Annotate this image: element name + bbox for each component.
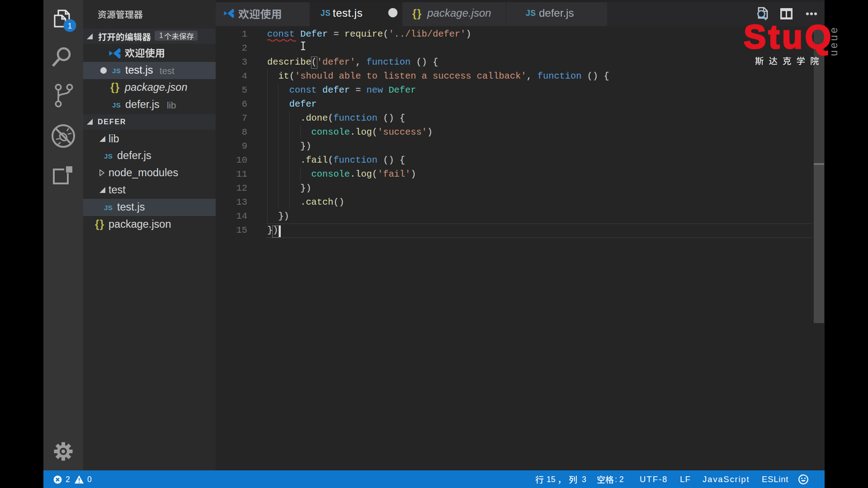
svg-text:1: 1 [68,22,72,30]
